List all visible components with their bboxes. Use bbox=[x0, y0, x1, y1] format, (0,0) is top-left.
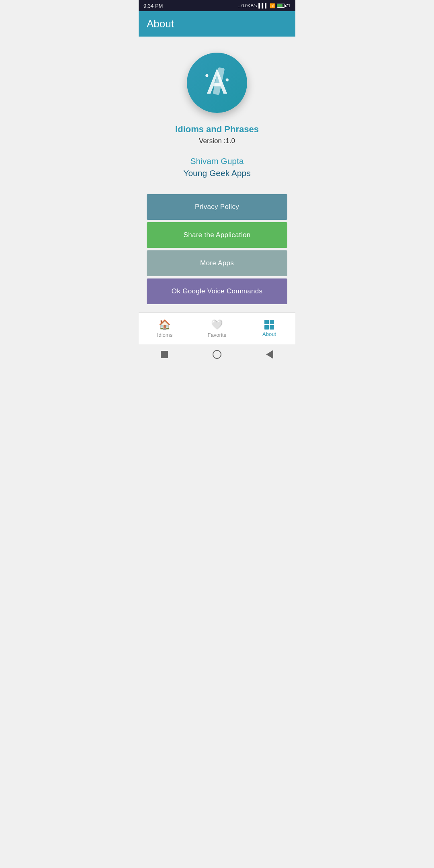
developer-name: Shivam Gupta bbox=[190, 156, 244, 166]
app-icon bbox=[187, 53, 247, 113]
network-status: ...0.0KB/s bbox=[238, 3, 257, 8]
wifi-icon: 📶 bbox=[270, 3, 275, 8]
main-content: Idioms and Phrases Version :1.0 Shivam G… bbox=[139, 37, 295, 312]
page-title: About bbox=[147, 18, 287, 30]
recents-button[interactable] bbox=[161, 351, 168, 358]
nav-item-favorite[interactable]: 🤍 Favorite bbox=[205, 319, 229, 338]
google-voice-button[interactable]: Ok Google Voice Commands bbox=[147, 278, 287, 304]
share-application-button[interactable]: Share the Application bbox=[147, 222, 287, 248]
bottom-navigation: 🏠 Idioms 🤍 Favorite About bbox=[139, 312, 295, 344]
action-buttons: Privacy Policy Share the Application Mor… bbox=[147, 194, 287, 304]
company-name: Young Geek Apps bbox=[183, 168, 250, 178]
status-time: 9:34 PM bbox=[143, 3, 163, 9]
nav-label-about: About bbox=[262, 331, 276, 337]
nav-item-about[interactable]: About bbox=[257, 320, 281, 337]
app-version: Version :1.0 bbox=[199, 137, 235, 145]
status-bar: 9:34 PM ...0.0KB/s ▌▌▌ 📶 71 bbox=[139, 0, 295, 11]
battery-level: 71 bbox=[286, 3, 291, 8]
home-icon: 🏠 bbox=[159, 319, 171, 330]
nav-label-idioms: Idioms bbox=[157, 332, 172, 338]
grid-icon bbox=[264, 320, 274, 330]
home-button[interactable] bbox=[213, 350, 221, 359]
system-navigation bbox=[139, 344, 295, 364]
status-icons: ...0.0KB/s ▌▌▌ 📶 71 bbox=[238, 3, 291, 8]
nav-label-favorite: Favorite bbox=[208, 332, 227, 338]
signal-icon: ▌▌▌ bbox=[258, 3, 268, 8]
nav-item-idioms[interactable]: 🏠 Idioms bbox=[153, 319, 177, 338]
privacy-policy-button[interactable]: Privacy Policy bbox=[147, 194, 287, 220]
back-button[interactable] bbox=[266, 350, 273, 359]
battery-icon: 71 bbox=[277, 3, 291, 8]
app-bar: About bbox=[139, 11, 295, 37]
svg-point-1 bbox=[226, 78, 229, 81]
circle-icon bbox=[213, 350, 221, 359]
svg-point-0 bbox=[205, 74, 208, 77]
app-logo-svg bbox=[199, 65, 235, 101]
back-icon bbox=[266, 350, 273, 359]
square-icon bbox=[161, 351, 168, 358]
more-apps-button[interactable]: More Apps bbox=[147, 250, 287, 276]
heart-icon: 🤍 bbox=[211, 319, 223, 330]
app-name: Idioms and Phrases bbox=[175, 124, 259, 135]
